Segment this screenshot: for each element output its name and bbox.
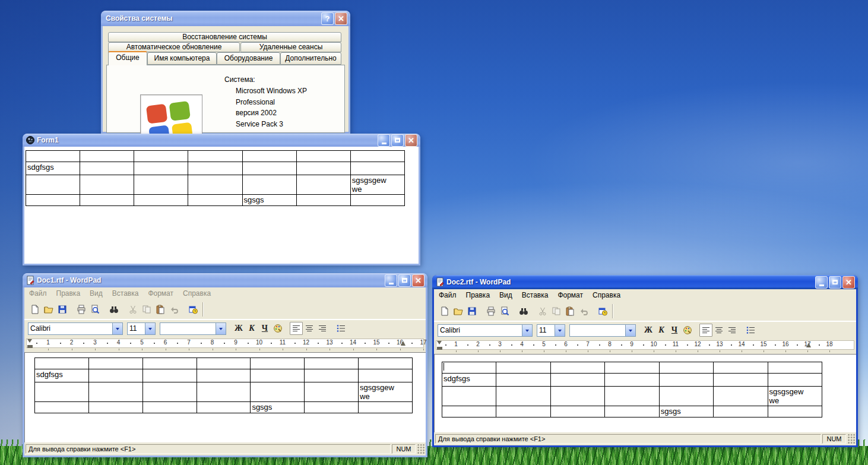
align-left-icon[interactable] [290, 322, 303, 335]
italic-button[interactable]: К [655, 324, 668, 337]
left-indent-marker[interactable] [437, 341, 442, 350]
maximize-icon[interactable] [391, 134, 404, 147]
menu-item[interactable]: Вставка [517, 291, 553, 299]
table-cell[interactable] [26, 151, 80, 162]
table-cell[interactable] [142, 402, 197, 413]
table-cell[interactable] [359, 358, 413, 369]
menu-item[interactable]: Файл [434, 291, 461, 299]
menu-item[interactable]: Формат [553, 291, 588, 299]
table-cell[interactable] [80, 162, 134, 175]
titlebar[interactable]: Doc1.rtf - WordPad ✕ [23, 273, 427, 287]
table-cell[interactable] [296, 162, 350, 175]
bold-button[interactable]: Ж [232, 322, 245, 335]
table-cell[interactable] [197, 402, 251, 413]
table-cell[interactable] [197, 382, 251, 402]
table-cell[interactable] [442, 387, 496, 406]
table-cell[interactable] [188, 195, 242, 206]
table-cell[interactable] [714, 362, 768, 374]
table-cell[interactable]: sgsgs [242, 195, 296, 206]
table-cell[interactable] [659, 374, 713, 387]
table-cell[interactable]: sgsgsgew we [768, 387, 822, 406]
table-cell[interactable] [251, 369, 305, 382]
menu-item[interactable]: Формат [143, 289, 178, 298]
table-cell[interactable] [88, 402, 142, 413]
align-right-icon[interactable] [726, 324, 739, 337]
table-cell[interactable] [26, 175, 80, 195]
table-cell[interactable] [350, 162, 404, 175]
table-cell[interactable] [305, 382, 359, 402]
right-indent-marker[interactable] [806, 343, 811, 347]
table-cell[interactable] [350, 151, 404, 162]
table-cell[interactable] [550, 387, 604, 406]
table-cell[interactable] [550, 362, 604, 374]
table-cell[interactable] [605, 362, 659, 374]
copy-icon[interactable] [549, 305, 563, 318]
table-cell[interactable]: sgsgs [251, 402, 305, 413]
table-cell[interactable] [88, 382, 142, 402]
table-cell[interactable] [296, 151, 350, 162]
close-icon[interactable]: ✕ [335, 12, 347, 25]
table-cell[interactable] [768, 406, 822, 417]
align-center-icon[interactable] [712, 324, 726, 337]
table-cell[interactable] [35, 382, 89, 402]
tab-general[interactable]: Общие [108, 51, 147, 65]
chevron-down-icon[interactable] [625, 325, 635, 336]
menu-item[interactable]: Справка [588, 291, 625, 299]
font-size-combobox[interactable]: 11 [127, 322, 156, 335]
table-cell[interactable] [442, 362, 496, 374]
table-cell[interactable] [496, 387, 550, 406]
table-cell[interactable] [550, 374, 604, 387]
menu-item[interactable]: Правка [52, 289, 85, 298]
maximize-icon[interactable] [829, 276, 841, 289]
align-center-icon[interactable] [303, 322, 316, 335]
chevron-down-icon[interactable] [216, 323, 226, 334]
table-cell[interactable] [142, 358, 197, 369]
font-color-icon[interactable] [271, 322, 284, 335]
menu-item[interactable]: Вставка [107, 289, 144, 298]
resize-grip[interactable] [417, 444, 425, 454]
font-name-combobox[interactable]: Calibri [28, 322, 123, 335]
table-cell[interactable] [80, 175, 134, 195]
table-cell[interactable] [659, 362, 713, 374]
right-indent-marker[interactable] [401, 341, 406, 346]
chevron-down-icon[interactable] [112, 323, 122, 334]
maximize-icon[interactable] [398, 274, 411, 287]
tab-remote-sessions[interactable]: Удаленные сеансы [240, 42, 341, 52]
table-cell[interactable] [80, 151, 134, 162]
titlebar[interactable]: Свойства системы ? ✕ [101, 11, 350, 26]
save-icon[interactable] [465, 305, 479, 318]
table-cell[interactable] [359, 369, 413, 382]
font-color-icon[interactable] [681, 324, 694, 337]
tab-hardware[interactable]: Оборудование [217, 52, 280, 65]
document-area[interactable]: sdgfsgssgsgsgew wesgsgs [434, 354, 856, 432]
table-cell[interactable] [134, 162, 188, 175]
minimize-icon[interactable] [815, 276, 828, 289]
table-cell[interactable] [251, 358, 305, 369]
left-indent-marker[interactable] [27, 339, 33, 348]
table-cell[interactable] [350, 195, 404, 206]
table-cell[interactable] [714, 406, 768, 417]
table-cell[interactable] [134, 175, 188, 195]
table-cell[interactable] [296, 175, 350, 195]
table-cell[interactable] [88, 358, 142, 369]
open-icon[interactable] [451, 305, 465, 318]
table-cell[interactable] [134, 151, 188, 162]
new-document-icon[interactable] [28, 303, 42, 317]
ruler[interactable]: 123456789101112131415161718 [434, 339, 856, 354]
find-icon[interactable] [517, 305, 530, 318]
new-document-icon[interactable] [438, 305, 451, 318]
align-left-icon[interactable] [699, 324, 712, 337]
open-icon[interactable] [42, 303, 55, 317]
table-cell[interactable] [768, 374, 822, 387]
insert-datetime-icon[interactable] [595, 305, 609, 318]
close-icon[interactable]: ✕ [842, 276, 855, 289]
table-cell[interactable] [305, 369, 359, 382]
table-cell[interactable] [35, 358, 89, 369]
ruler[interactable]: 1234567891011121314151617 [24, 337, 426, 352]
print-icon[interactable] [74, 303, 88, 317]
table-cell[interactable]: sgsgsgew we [350, 175, 404, 195]
table-cell[interactable] [714, 387, 768, 406]
table-cell[interactable] [242, 151, 296, 162]
tab-advanced[interactable]: Дополнительно [280, 52, 341, 65]
font-size-combobox[interactable]: 11 [537, 324, 565, 337]
